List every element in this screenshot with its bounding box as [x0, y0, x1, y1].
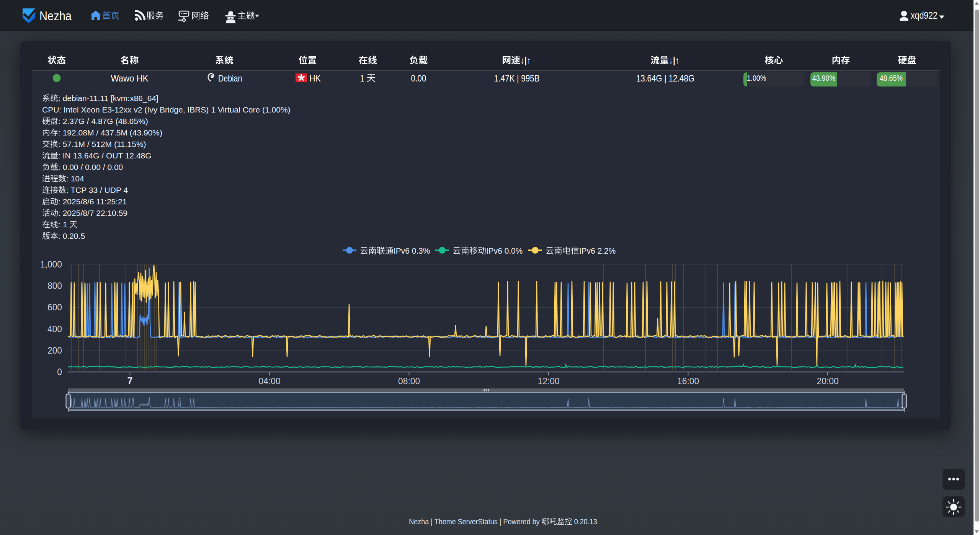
svg-text:: 0.00 / 0.00 / 0.00: : 0.00 / 0.00 / 0.00	[58, 163, 123, 171]
svg-text:Wawo HK: Wawo HK	[111, 73, 148, 83]
svg-text:↓|↑: ↓|↑	[520, 55, 531, 65]
svg-text:400: 400	[47, 324, 62, 334]
svg-text:: 0.20.5: : 0.20.5	[58, 232, 85, 240]
svg-text:xqd922: xqd922	[911, 10, 938, 21]
svg-text:08:00: 08:00	[398, 376, 420, 386]
svg-text:: 1: : 1	[58, 220, 67, 229]
svg-text:: TCP 33 / UDP 4: : TCP 33 / UDP 4	[66, 186, 128, 194]
svg-text:800: 800	[47, 281, 62, 291]
svg-text:1.00%: 1.00%	[747, 73, 766, 82]
svg-text:: 2025/8/6 11:25:21: : 2025/8/6 11:25:21	[58, 197, 127, 206]
svg-text:IPv6 2.2%: IPv6 2.2%	[579, 246, 616, 256]
svg-text:43.90%: 43.90%	[812, 73, 836, 82]
svg-text:13.64G | 12.48G: 13.64G | 12.48G	[636, 73, 694, 83]
svg-text:IPv6 0.0%: IPv6 0.0%	[486, 246, 523, 256]
svg-text:0.20.13: 0.20.13	[574, 517, 597, 526]
svg-text:1.47K | 995B: 1.47K | 995B	[494, 73, 540, 83]
svg-text:: IN 13.64G / OUT 12.48G: : IN 13.64G / OUT 12.48G	[58, 151, 152, 160]
svg-text:0.00: 0.00	[411, 73, 426, 83]
svg-text:Debian: Debian	[218, 73, 242, 83]
svg-text:48.65%: 48.65%	[880, 73, 903, 82]
svg-text:04:00: 04:00	[259, 376, 281, 386]
svg-text:16:00: 16:00	[677, 376, 699, 386]
svg-text:HK: HK	[309, 73, 321, 83]
svg-text:CPU: Intel Xeon E3-12xx v2 (Iv: CPU: Intel Xeon E3-12xx v2 (Ivy Bridge, …	[42, 105, 291, 114]
svg-text:Nezha | Theme ServerStatus | P: Nezha | Theme ServerStatus | Powered by	[409, 517, 540, 526]
svg-text:: debian-11.11 [kvm:x86_64]: : debian-11.11 [kvm:x86_64]	[58, 94, 158, 103]
svg-text:↓|↑: ↓|↑	[669, 55, 679, 65]
svg-text:1,000: 1,000	[40, 259, 62, 269]
svg-text:200: 200	[47, 345, 62, 356]
svg-text:7: 7	[127, 375, 133, 386]
svg-text:: 104: : 104	[66, 174, 84, 183]
svg-text:: 2.37G / 4.87G (48.65%): : 2.37G / 4.87G (48.65%)	[58, 117, 148, 126]
svg-text:: 2025/8/7 22:10:59: : 2025/8/7 22:10:59	[58, 209, 127, 217]
svg-text:0: 0	[57, 367, 62, 377]
svg-text:: 192.08M / 437.5M (43.90%): : 192.08M / 437.5M (43.90%)	[58, 128, 162, 137]
svg-text:600: 600	[47, 302, 62, 312]
svg-text:: 57.1M / 512M (11.15%): : 57.1M / 512M (11.15%)	[58, 140, 146, 148]
svg-text:IPv6 0.3%: IPv6 0.3%	[394, 246, 430, 256]
svg-text:20:00: 20:00	[817, 376, 839, 386]
svg-text:12:00: 12:00	[538, 376, 560, 386]
svg-text:1: 1	[360, 73, 364, 83]
svg-text:Nezha: Nezha	[39, 8, 72, 23]
